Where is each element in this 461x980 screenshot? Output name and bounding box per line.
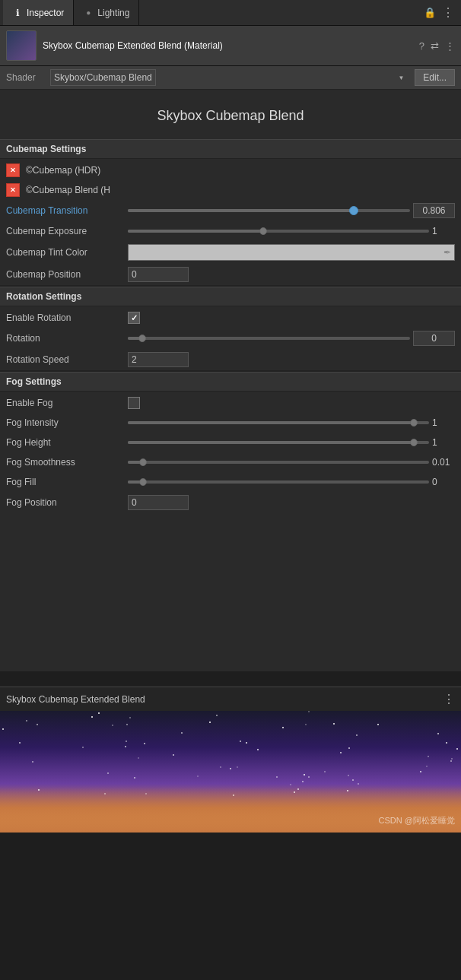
fog-smoothness-thumb[interactable] — [139, 458, 147, 466]
cubemap-transition-fill — [128, 209, 354, 212]
rotation-valuebox[interactable]: 0 — [413, 331, 455, 346]
tab-bar: ℹ Inspector ● Lighting 🔒 ⋮ — [0, 0, 461, 26]
rotation-track — [128, 337, 410, 340]
enable-fog-checkbox[interactable] — [128, 397, 140, 409]
cubemap-exposure-thumb[interactable] — [259, 227, 267, 235]
cubemap-tint-value: ✒ — [128, 244, 455, 261]
main-content: Skybox Cubemap Blend Cubemap Settings ✕ … — [0, 90, 461, 519]
tab-inspector-label: Inspector — [27, 8, 64, 18]
rotation-slider[interactable] — [128, 337, 410, 340]
cubemap-exposure-slider[interactable] — [128, 230, 429, 233]
empty-area — [0, 519, 461, 671]
fog-smoothness-slider[interactable] — [128, 461, 429, 464]
fog-fill-text: 0 — [432, 477, 455, 487]
adjust-icon[interactable]: ⇄ — [431, 40, 439, 52]
rotation-value: 0 — [128, 331, 455, 346]
shader-edit-button[interactable]: Edit... — [415, 69, 455, 86]
preview-watermark: CSDN @阿松爱睡觉 — [379, 815, 455, 826]
cubemap2-row: ✕ ©Cubemap Blend (H — [0, 180, 461, 200]
shader-row: Shader Skybox/Cubemap Blend Edit... — [0, 66, 461, 90]
tab-inspector[interactable]: ℹ Inspector — [3, 0, 74, 25]
rotation-speed-row: Rotation Speed — [0, 349, 461, 370]
cubemap-transition-label: Cubemap Transition — [6, 205, 128, 216]
enable-rotation-checkbox[interactable] — [128, 312, 140, 324]
fog-intensity-track — [128, 421, 429, 424]
section-cubemap-header: Cubemap Settings — [0, 139, 461, 159]
cubemap-transition-slider[interactable] — [128, 209, 410, 212]
fog-height-thumb[interactable] — [410, 439, 418, 446]
fog-height-label: Fog Height — [6, 437, 128, 448]
cubemap-transition-value: 0.806 — [128, 203, 455, 218]
rotation-speed-input[interactable] — [128, 352, 189, 367]
enable-fog-value — [128, 397, 455, 409]
fog-fill-value: 0 — [128, 477, 455, 487]
fog-position-value — [128, 495, 455, 510]
cubemap1-icon: ✕ — [6, 163, 20, 177]
fog-fill-slider[interactable] — [128, 480, 429, 484]
cubemap2-name: ©Cubemap Blend (H — [26, 185, 110, 195]
cubemap-exposure-track — [128, 230, 429, 233]
material-preview-thumbnail — [6, 30, 37, 61]
fog-position-row: Fog Position — [0, 492, 461, 513]
lighting-icon: ● — [83, 8, 94, 18]
fog-intensity-text: 1 — [432, 417, 455, 428]
cubemap-position-label: Cubemap Position — [6, 269, 128, 280]
help-icon[interactable]: ? — [419, 40, 424, 52]
cubemap-tint-swatch[interactable]: ✒ — [128, 244, 455, 261]
fog-fill-track — [128, 480, 429, 484]
shader-label: Shader — [6, 72, 44, 83]
enable-fog-row: Enable Fog — [0, 393, 461, 413]
lock-icon[interactable]: 🔒 — [423, 6, 437, 20]
fog-height-fill — [128, 441, 414, 444]
fog-intensity-thumb[interactable] — [410, 419, 418, 427]
fog-height-slider[interactable] — [128, 441, 429, 444]
cubemap-transition-valuebox[interactable]: 0.806 — [413, 203, 455, 218]
fog-height-text: 1 — [432, 437, 455, 448]
enable-rotation-checkbox-container — [128, 312, 140, 324]
fog-fill-thumb[interactable] — [139, 478, 147, 486]
rotation-thumb[interactable] — [138, 335, 146, 342]
section-rotation-header: Rotation Settings — [0, 287, 461, 306]
fog-smoothness-track — [128, 461, 429, 464]
cubemap-tint-row: Cubemap Tint Color ✒ — [0, 241, 461, 264]
rotation-label: Rotation — [6, 333, 128, 344]
fog-smoothness-text: 0.01 — [432, 457, 455, 468]
fog-smoothness-row: Fog Smoothness 0.01 — [0, 452, 461, 472]
fog-intensity-label: Fog Intensity — [6, 417, 128, 428]
cubemap2-icon: ✕ — [6, 183, 20, 197]
shader-select[interactable]: Skybox/Cubemap Blend — [50, 69, 156, 86]
cubemap-exposure-row: Cubemap Exposure 1 — [0, 221, 461, 241]
inspector-icon: ℹ — [12, 8, 23, 18]
cubemap1-row: ✕ ©Cubemap (HDR) — [0, 160, 461, 180]
tab-lighting-label: Lighting — [97, 8, 129, 18]
rotation-row: Rotation 0 — [0, 328, 461, 349]
cubemap-position-row: Cubemap Position — [0, 264, 461, 285]
cubemap-position-value — [128, 267, 455, 282]
header-actions: ? ⇄ ⋮ — [419, 40, 455, 52]
bottom-panel-title: Skybox Cubemap Extended Blend — [6, 694, 145, 705]
fog-smoothness-value: 0.01 — [128, 457, 455, 468]
fog-fill-label: Fog Fill — [6, 477, 128, 487]
bottom-panel-menu-icon[interactable]: ⋮ — [443, 692, 455, 706]
fog-intensity-slider[interactable] — [128, 421, 429, 424]
cubemap-tint-label: Cubemap Tint Color — [6, 247, 128, 258]
rotation-speed-label: Rotation Speed — [6, 354, 128, 365]
cubemap-position-input[interactable] — [128, 267, 189, 282]
more-options-icon[interactable]: ⋮ — [441, 6, 455, 20]
enable-fog-label: Enable Fog — [6, 398, 128, 408]
enable-fog-checkbox-container — [128, 397, 140, 409]
eyedropper-icon[interactable]: ✒ — [444, 247, 451, 258]
fog-height-row: Fog Height 1 — [0, 433, 461, 452]
fog-fill-row: Fog Fill 0 — [0, 472, 461, 492]
fog-smoothness-label: Fog Smoothness — [6, 457, 128, 468]
enable-rotation-value — [128, 312, 455, 324]
fog-position-input[interactable] — [128, 495, 189, 510]
section-fog-header: Fog Settings — [0, 372, 461, 392]
header-menu-icon[interactable]: ⋮ — [445, 40, 455, 52]
preview-container: CSDN @阿松爱睡觉 — [0, 711, 461, 833]
cubemap-exposure-fill — [128, 230, 263, 233]
fog-position-label: Fog Position — [6, 497, 128, 508]
shader-select-wrapper: Skybox/Cubemap Blend — [50, 69, 409, 86]
cubemap-transition-thumb[interactable] — [349, 206, 358, 215]
tab-lighting[interactable]: ● Lighting — [74, 0, 139, 25]
